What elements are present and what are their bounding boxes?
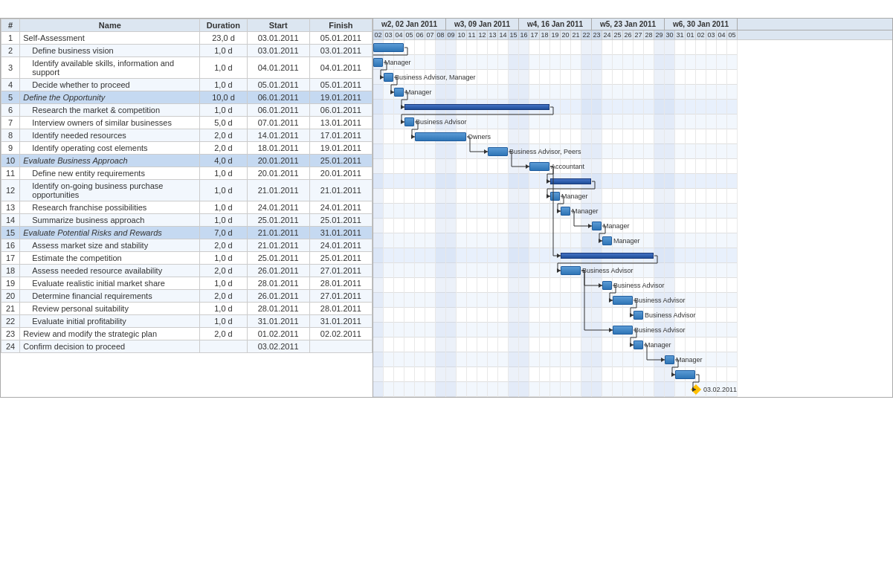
day-col [425,100,436,114]
day-col [644,204,654,219]
row-name: Define new entity requirements [20,167,200,180]
day-col [509,144,519,159]
row-start: 25.01.2011 [247,214,309,227]
row-start: 14.01.2011 [247,129,309,142]
day-col [509,263,519,278]
day-col [581,308,592,323]
row-name: Decide whether to proceed [20,79,200,91]
day-col [415,323,425,337]
day-col [675,367,686,382]
day-col [581,263,592,278]
day-col [696,278,706,293]
day-cell: 03 [384,30,394,39]
day-cell: 28 [644,30,654,39]
day-col [404,204,415,219]
day-col [696,159,706,174]
day-col [477,367,488,382]
row-duration: 1,0 d [200,315,247,328]
day-col [529,114,540,129]
day-col [404,278,415,293]
day-col [446,85,457,100]
day-col [644,367,654,382]
day-col [581,337,592,352]
day-col [373,129,384,144]
day-col [540,278,550,293]
day-col [488,40,498,55]
day-col [415,352,425,367]
day-col [561,233,571,248]
row-num: 6 [1,104,20,117]
day-col [415,174,425,189]
row-finish: 20.01.2011 [309,167,372,180]
day-col [540,382,550,397]
day-col [540,308,550,323]
day-col [519,352,529,367]
day-col [592,248,602,263]
day-col [696,204,706,219]
day-col [696,308,706,323]
day-col [488,114,498,129]
row-finish: 17.01.2011 [309,129,372,142]
day-col [686,100,696,114]
day-cell: 05 [404,30,415,39]
table-row: 15Evaluate Potential Risks and Rewards7,… [1,227,373,239]
week-cell: w5, 23 Jan 2011 [592,19,665,30]
day-col [519,233,529,248]
day-col [384,382,394,397]
day-col [373,189,384,204]
day-col [675,55,686,70]
day-col [373,219,384,233]
day-col [446,70,457,85]
day-col [602,323,613,337]
day-col [457,308,467,323]
day-col [686,233,696,248]
day-col [634,70,644,85]
day-col [592,382,602,397]
day-col [415,70,425,85]
day-col [436,114,446,129]
day-col [675,278,686,293]
day-col [675,204,686,219]
day-col [384,248,394,263]
day-col [613,204,623,219]
row-duration: 1,0 d [200,180,247,201]
day-col [644,100,654,114]
day-col [654,382,665,397]
day-col [602,129,613,144]
day-col [644,308,654,323]
day-col [394,70,404,85]
day-col [509,114,519,129]
day-col [634,352,644,367]
day-col [686,278,696,293]
day-col [373,159,384,174]
day-col [592,189,602,204]
day-col [519,85,529,100]
row-finish [309,340,372,353]
day-col [665,100,675,114]
day-col [686,189,696,204]
day-col [446,100,457,114]
day-col [571,204,581,219]
row-num: 21 [1,303,20,315]
day-col [623,293,634,308]
gantt-row [373,70,738,85]
day-cell: 09 [446,30,457,39]
day-col [446,114,457,129]
day-col [581,189,592,204]
day-col [384,189,394,204]
day-col [675,129,686,144]
day-col [665,352,675,367]
day-col [727,278,738,293]
day-col [561,263,571,278]
day-col [561,189,571,204]
day-col [592,308,602,323]
day-col [425,189,436,204]
day-col [613,248,623,263]
day-col [675,114,686,129]
day-col [404,159,415,174]
day-col [675,233,686,248]
day-col [717,382,727,397]
day-col [415,189,425,204]
day-col [717,129,727,144]
day-col [384,337,394,352]
